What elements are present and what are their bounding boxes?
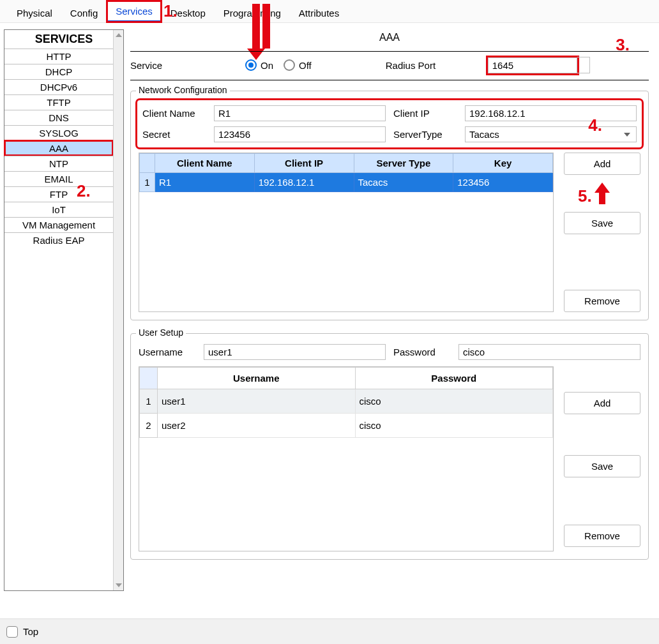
client-name-label: Client Name: [142, 108, 206, 119]
username-input[interactable]: [204, 344, 386, 360]
col-client-ip[interactable]: Client IP: [254, 154, 354, 173]
sidebar-item-http[interactable]: HTTP: [4, 49, 113, 64]
network-configuration-group: Network Configuration Client Name Client…: [130, 91, 649, 320]
sidebar-item-dhcpv6[interactable]: DHCPv6: [4, 79, 113, 94]
user-setup-legend: User Setup: [136, 327, 186, 338]
password-input[interactable]: [458, 344, 640, 360]
cell-server-type: Tacacs: [354, 173, 453, 192]
sidebar-item-aaa[interactable]: AAA: [4, 140, 113, 156]
radio-on-icon: [245, 59, 257, 71]
sidebar-item-dhcp[interactable]: DHCP: [4, 64, 113, 79]
network-configuration-legend: Network Configuration: [136, 85, 230, 95]
sidebar-item-syslog[interactable]: SYSLOG: [4, 125, 113, 140]
cell-password: cisco: [355, 414, 553, 438]
sidebar-item-tftp[interactable]: TFTP: [4, 94, 113, 110]
secret-label: Secret: [142, 129, 206, 140]
secret-input[interactable]: [214, 126, 386, 142]
network-clients-table[interactable]: Client Name Client IP Server Type Key 1 …: [139, 153, 554, 312]
tab-services[interactable]: Services: [107, 1, 162, 22]
sidebar-item-radius-eap[interactable]: Radius EAP: [4, 232, 113, 248]
server-type-label: ServerType: [393, 129, 457, 140]
row-number: 1: [140, 173, 155, 192]
scroll-down-icon[interactable]: [116, 583, 122, 587]
sidebar-item-email[interactable]: EMAIL: [4, 171, 113, 186]
table-row[interactable]: 1 user1 cisco: [140, 389, 553, 414]
divider: [130, 51, 649, 52]
client-name-input[interactable]: [214, 105, 386, 121]
radio-off-icon: [284, 59, 295, 71]
sidebar-item-vm[interactable]: VM Management: [4, 217, 113, 232]
service-on-radio[interactable]: On: [245, 59, 273, 71]
client-ip-label: Client IP: [393, 108, 457, 119]
cell-username: user2: [158, 414, 356, 438]
sidebar-scrollbar[interactable]: [113, 30, 123, 590]
col-password[interactable]: Password: [355, 368, 553, 389]
password-label: Password: [393, 347, 451, 357]
sidebar-item-ftp[interactable]: FTP: [4, 186, 113, 202]
annotation-arrow-add: 5.: [564, 183, 640, 204]
service-label: Service: [130, 60, 245, 71]
table-row[interactable]: 2 user2 cisco: [140, 414, 553, 438]
col-server-type[interactable]: Server Type: [354, 154, 453, 173]
sidebar-header: SERVICES: [4, 30, 123, 49]
radius-port-trailing-box: [577, 57, 590, 73]
network-add-button[interactable]: Add: [564, 153, 640, 175]
top-checkbox[interactable]: [6, 626, 18, 638]
cell-key: 123456: [453, 173, 553, 192]
col-client-name[interactable]: Client Name: [155, 154, 255, 173]
cell-client-name: R1: [155, 173, 255, 192]
tab-attributes[interactable]: Attributes: [290, 3, 348, 22]
service-off-label: Off: [299, 60, 312, 71]
top-checkbox-label: Top: [23, 626, 38, 637]
client-ip-input[interactable]: [465, 105, 637, 121]
page-title: AAA: [130, 32, 649, 43]
server-type-select[interactable]: Tacacs: [465, 126, 637, 142]
tab-desktop[interactable]: Desktop: [162, 3, 215, 22]
radius-port-input[interactable]: [488, 57, 577, 73]
table-header-row: Username Password: [140, 368, 553, 389]
user-add-button[interactable]: Add: [564, 392, 640, 414]
row-number: 1: [140, 389, 158, 414]
table-header-row: Client Name Client IP Server Type Key: [140, 154, 553, 173]
user-save-button[interactable]: Save: [564, 455, 640, 477]
network-remove-button[interactable]: Remove: [564, 290, 640, 312]
username-label: Username: [139, 347, 196, 357]
col-key[interactable]: Key: [453, 154, 553, 173]
network-save-button[interactable]: Save: [564, 212, 640, 234]
cell-client-ip: 192.168.12.1: [254, 173, 354, 192]
cell-username: user1: [158, 389, 356, 414]
sidebar-item-dns[interactable]: DNS: [4, 110, 113, 125]
tab-programming[interactable]: Programming: [215, 3, 290, 22]
sidebar-item-ntp[interactable]: NTP: [4, 156, 113, 171]
divider-2: [130, 80, 649, 80]
cell-password: cisco: [355, 389, 553, 414]
radius-port-label: Radius Port: [386, 60, 488, 71]
sidebar-item-iot[interactable]: IoT: [4, 202, 113, 217]
services-sidebar: SERVICES HTTP DHCP DHCPv6 TFTP DNS SYSLO…: [4, 29, 124, 591]
user-setup-group: User Setup Username Password Username Pa…: [130, 333, 649, 560]
row-number: 2: [140, 414, 158, 438]
top-tabs: Physical Config Services Desktop Program…: [0, 0, 659, 23]
scroll-up-icon[interactable]: [116, 33, 122, 37]
table-row[interactable]: 1 R1 192.168.12.1 Tacacs 123456: [140, 173, 553, 192]
service-off-radio[interactable]: Off: [284, 59, 312, 71]
users-table[interactable]: Username Password 1 user1 cisco 2 user2 …: [139, 366, 554, 551]
col-username[interactable]: Username: [158, 368, 356, 389]
user-remove-button[interactable]: Remove: [564, 525, 640, 547]
tab-config[interactable]: Config: [61, 3, 107, 22]
bottom-bar: Top: [0, 618, 659, 644]
tab-physical[interactable]: Physical: [8, 3, 61, 22]
service-on-label: On: [261, 60, 273, 71]
